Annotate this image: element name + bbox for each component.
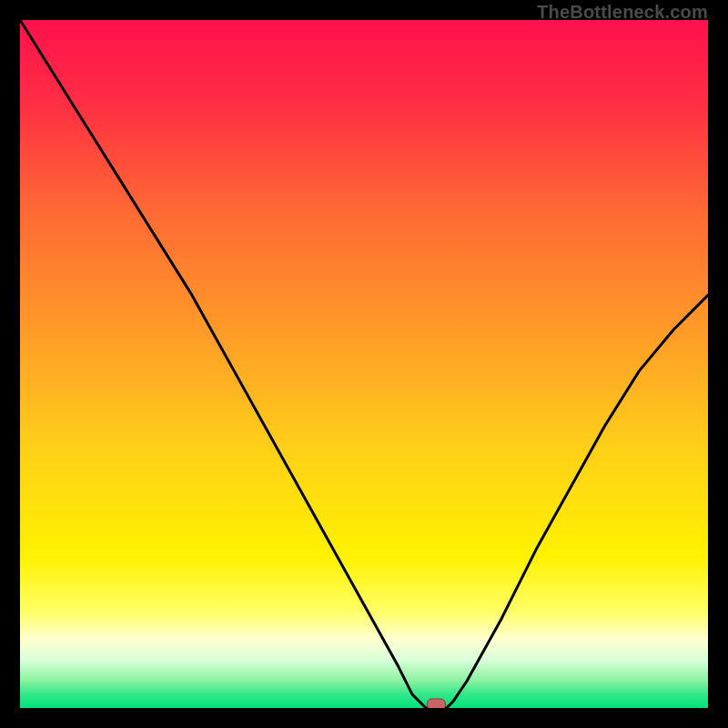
chart-svg	[20, 20, 708, 708]
optimum-marker	[427, 699, 445, 708]
chart-frame: TheBottleneck.com	[0, 0, 728, 728]
attribution-label: TheBottleneck.com	[537, 2, 708, 23]
plot-area	[20, 20, 708, 708]
